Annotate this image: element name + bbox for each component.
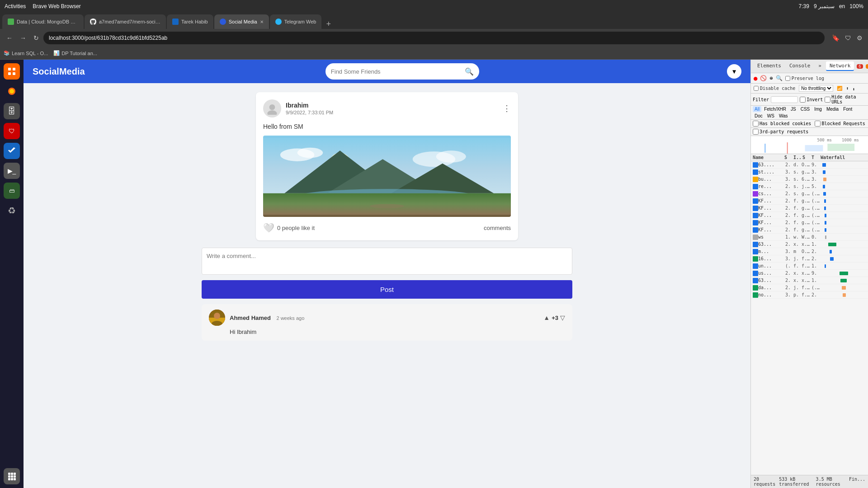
filter-media[interactable]: Media	[825, 106, 840, 112]
table-row[interactable]: 63... 2. x. x... 1.	[751, 277, 868, 284]
comments-link[interactable]: comments	[484, 225, 511, 231]
filter-input[interactable]	[771, 96, 798, 103]
third-party-cb[interactable]	[753, 129, 759, 135]
tab-tarek[interactable]: Tarek Habib	[167, 14, 213, 29]
filter-icon[interactable]: ⊕	[769, 75, 773, 81]
sidebar-icon-system[interactable]	[4, 63, 20, 80]
sidebar-icon-apps[interactable]	[4, 468, 20, 484]
table-row[interactable]: no... 3. p. f... 2.	[751, 291, 868, 299]
dropdown-button[interactable]: ▼	[727, 64, 741, 79]
vote-up-icon[interactable]: ▲	[543, 314, 550, 321]
filter-fetch-xhr[interactable]: Fetch/XHR	[762, 106, 788, 112]
has-blocked-cookies-cb[interactable]	[753, 121, 759, 127]
table-row[interactable]: KF... 2. f. g... (.0.	[751, 219, 868, 226]
tab-social[interactable]: Social Media ✕	[214, 14, 269, 29]
record-button[interactable]: ●	[754, 75, 757, 82]
tab-more-panels[interactable]: »	[815, 61, 825, 71]
table-row[interactable]: 63.... 2. d. O... 9.	[751, 161, 868, 169]
table-row[interactable]: 16... 3. j. f... 2.	[751, 255, 868, 263]
tab-telegram[interactable]: Telegram Web	[270, 14, 322, 29]
col-header-type[interactable]: I...	[793, 155, 802, 160]
filter-img[interactable]: Img	[812, 106, 824, 112]
col-header-name[interactable]: Name	[753, 155, 784, 160]
preserve-log-checkbox[interactable]	[785, 76, 790, 81]
refresh-button[interactable]: ↻	[31, 33, 42, 43]
address-bar[interactable]	[43, 32, 825, 44]
col-header-init[interactable]: S	[802, 155, 811, 160]
sidebar-icon-terminal[interactable]: ▶_	[4, 163, 20, 179]
tab-github[interactable]: a7med7amed7/mern-social-m...	[85, 14, 166, 29]
sidebar-icon-files[interactable]: 🗄	[4, 103, 20, 119]
filter-all[interactable]: All	[753, 106, 761, 112]
table-row[interactable]: cs... 2. s. g... (.6.	[751, 190, 868, 197]
blocked-requests-label[interactable]: Blocked Requests	[815, 121, 865, 127]
like-button[interactable]: 🤍 0 people like it	[263, 222, 315, 233]
search-input[interactable]	[331, 68, 465, 75]
tab-label-github: a7med7amed7/mern-social-m...	[99, 19, 160, 24]
tab-console[interactable]: Console	[786, 61, 814, 71]
sidebar-icon-recycle[interactable]: ♻	[4, 202, 20, 219]
has-blocked-cookies-label[interactable]: Has blocked cookies	[753, 121, 811, 127]
post-menu-icon[interactable]: ⋮	[503, 103, 511, 113]
back-button[interactable]: ←	[4, 33, 15, 43]
clear-button[interactable]: 🚫	[760, 75, 767, 81]
tab-close-social[interactable]: ✕	[260, 19, 264, 24]
disable-cache-checkbox[interactable]	[754, 86, 759, 91]
filter-font[interactable]: Font	[841, 106, 854, 112]
table-row[interactable]: m... 3. m O... 2.	[751, 248, 868, 255]
col-header-status[interactable]: S	[784, 155, 793, 160]
post-button[interactable]: Post	[202, 280, 572, 299]
blocked-requests-cb[interactable]	[815, 121, 821, 127]
hide-data-urls-checkbox[interactable]	[825, 97, 830, 103]
table-row[interactable]: KF... 2. f. g... (.0.	[751, 226, 868, 234]
sidebar-icon-firefox[interactable]	[4, 83, 20, 99]
table-row[interactable]: ws 1. w. W... 0.	[751, 234, 868, 241]
col-header-waterfall[interactable]: Waterfall	[821, 155, 866, 160]
sidebar-icon-security[interactable]: 🛡	[4, 123, 20, 139]
invert-checkbox-label[interactable]: Invert	[800, 97, 823, 103]
table-row[interactable]: KF... 2. f. g... (.0.	[751, 205, 868, 212]
forward-button[interactable]: →	[17, 33, 29, 43]
table-row[interactable]: KF... 2. f. g... (.0.	[751, 212, 868, 219]
comment-header: Ahmed Hamed 2 weeks ago ▲ +3 ▽	[209, 310, 565, 326]
comment-textarea[interactable]	[202, 248, 572, 275]
table-row[interactable]: bu... 3. s. 6... 3.	[751, 176, 868, 183]
hide-data-urls-label[interactable]: Hide data URLs	[825, 94, 866, 104]
sidebar-icon-db[interactable]: 🗃	[4, 183, 20, 199]
filter-css[interactable]: CSS	[799, 106, 812, 112]
new-tab-button[interactable]: +	[322, 19, 335, 29]
disable-cache-label[interactable]: Disable cache	[754, 86, 795, 91]
search-network-icon[interactable]: 🔍	[776, 75, 783, 81]
table-row[interactable]: st.... 3. s. g... 3.	[751, 169, 868, 176]
hide-data-urls-text: Hide data URLs	[831, 94, 866, 104]
tab-network[interactable]: Network	[826, 61, 854, 71]
filter-was[interactable]: Was	[777, 113, 790, 119]
tab-elements[interactable]: Elements	[754, 61, 785, 71]
sidebar-icon-vscode[interactable]	[4, 143, 20, 159]
bookmark-dp[interactable]: 📊 DP Tutorial an...	[53, 50, 97, 56]
brave-shield-icon[interactable]: 🛡	[843, 33, 853, 43]
table-row[interactable]: 63... 2. x. x... 1.	[751, 241, 868, 248]
col-header-time[interactable]: T	[811, 155, 821, 160]
filter-ws[interactable]: WS	[765, 113, 776, 119]
bookmark-sql[interactable]: 📚 Learn SQL - O...	[4, 50, 48, 56]
vote-down-icon[interactable]: ▽	[560, 314, 565, 321]
throttle-select[interactable]: No throttling	[799, 85, 833, 92]
table-row[interactable]: us... 2. x. x... 9.	[751, 270, 868, 277]
invert-checkbox[interactable]	[800, 97, 806, 103]
table-row[interactable]: KF... 2. f. g... (.0.	[751, 197, 868, 205]
filter-js[interactable]: JS	[789, 106, 798, 112]
table-row[interactable]: un... (. f. f... 1.	[751, 263, 868, 270]
filter-doc[interactable]: Doc	[753, 113, 764, 119]
table-row[interactable]: da... 2. j. f... (.1.	[751, 284, 868, 291]
preserve-log-label[interactable]: Preserve log	[785, 76, 824, 81]
svg-rect-13	[11, 478, 13, 480]
bookmark-icon[interactable]: 🔖	[830, 33, 841, 43]
tab-mongodb[interactable]: Data | Cloud: MongoDB Cloud	[2, 14, 84, 29]
row-icon	[753, 235, 758, 240]
table-row[interactable]: re... 2. s. j... 5.	[751, 183, 868, 190]
third-party-label[interactable]: 3rd-party requests	[753, 129, 808, 135]
extension-icon[interactable]: ⚙	[855, 33, 864, 43]
activities-label[interactable]: Activities	[5, 3, 26, 9]
post-image	[263, 136, 511, 217]
